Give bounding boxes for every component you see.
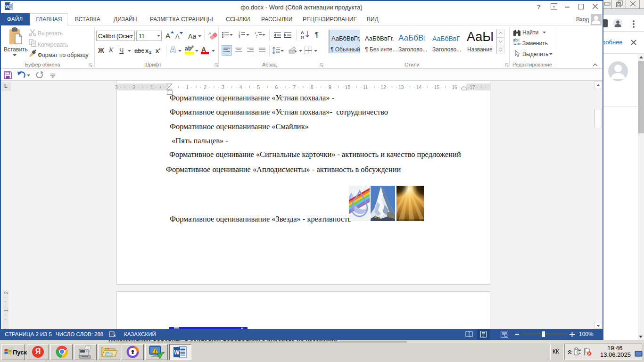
svg-text:3: 3: [222, 85, 224, 90]
svg-text:2: 2: [4, 291, 8, 294]
svg-text:1: 1: [186, 85, 189, 90]
svg-text:17: 17: [470, 85, 475, 90]
svg-text:3: 3: [239, 36, 240, 38]
svg-text:2: 2: [204, 85, 206, 90]
svg-text:8: 8: [311, 85, 314, 90]
svg-text:9: 9: [329, 85, 331, 90]
svg-text:1: 1: [4, 309, 8, 312]
svg-text:6: 6: [275, 85, 278, 90]
svg-text:13: 13: [398, 85, 404, 90]
svg-text:!: !: [155, 349, 156, 354]
svg-text:7: 7: [293, 85, 296, 90]
svg-text:2: 2: [132, 85, 135, 90]
svg-text:А: А: [208, 31, 211, 36]
svg-text:16: 16: [452, 85, 458, 90]
svg-text:i: i: [256, 36, 256, 38]
svg-text:5: 5: [257, 85, 260, 90]
svg-text:14: 14: [416, 85, 422, 90]
svg-text:1: 1: [150, 85, 153, 90]
svg-text:W: W: [174, 349, 180, 356]
svg-text:4: 4: [239, 85, 242, 90]
svg-text:10: 10: [345, 85, 351, 90]
svg-text:11: 11: [363, 85, 368, 90]
svg-text:15: 15: [434, 85, 440, 90]
svg-text:3: 3: [116, 85, 118, 90]
svg-text:12: 12: [380, 85, 386, 90]
